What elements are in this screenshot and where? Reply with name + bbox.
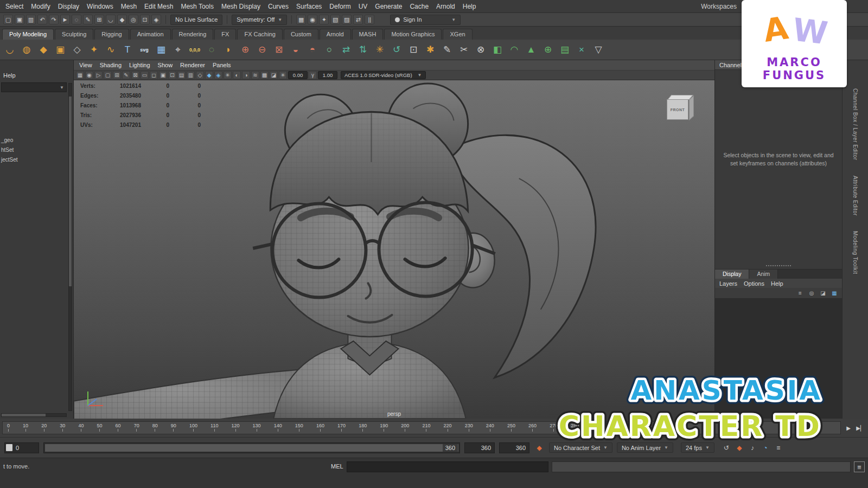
snap-grid-icon[interactable]: ⊞ [94,15,104,24]
live-surface-field[interactable]: No Live Surface [170,15,222,25]
render-settings-icon[interactable]: ✦ [319,15,329,24]
separate-icon[interactable]: ⊖ [254,42,270,57]
resolution-gate-icon[interactable]: ◻ [150,71,158,79]
poly-cone-icon[interactable]: ✦ [86,42,101,57]
shelf-tab[interactable]: XGen [443,29,472,40]
sidebar-vertical-tab[interactable]: Modeling Toolkit [852,231,858,274]
toggle-displays-icon[interactable]: ⇄ [353,15,363,24]
panel-resize-handle[interactable] [766,265,791,266]
bridge-icon[interactable]: ◠ [507,42,522,57]
quad-draw-icon[interactable]: ✎ [439,42,455,57]
menu-item[interactable]: Modify [31,3,50,10]
snap-point-icon[interactable]: ◆ [117,15,127,24]
view-cube-front-face[interactable]: FRONT [667,99,688,120]
render-frame-icon[interactable]: ▦ [296,15,306,24]
outliner-hscrollbar[interactable] [1,413,67,417]
ambient-occlusion-icon[interactable]: ◑ [242,71,250,79]
menu-item[interactable]: UV [359,3,368,10]
display-layer-toggle-icon[interactable]: ▧ [330,15,340,24]
symmetry-dropdown[interactable]: Symmetry: Off ▼ [232,15,287,25]
mirror-icon[interactable]: ⇄ [339,42,354,57]
menu-item[interactable]: Deform [329,3,350,10]
view-cube-right-face[interactable] [689,95,694,120]
view-cube[interactable]: FRONT [665,93,696,124]
menu-item[interactable]: Windows [87,3,113,10]
mel-label[interactable]: MEL [331,463,343,470]
safe-title-icon[interactable]: ▥ [187,71,195,79]
mel-command-input[interactable] [347,461,548,472]
shelf-tab[interactable]: Motion Graphics [384,29,442,40]
layer-editor-menu-item[interactable]: Help [771,280,783,287]
sign-in-dropdown[interactable]: Sign In ▼ [390,15,461,25]
symmetry-restore-icon[interactable]: ↺ [389,42,404,57]
viewport-menu-item[interactable]: Show [158,62,173,68]
open-scene-icon[interactable]: ▣ [15,15,24,24]
lasso-select-icon[interactable]: ◌ [72,15,81,24]
extract-icon[interactable]: ⊠ [271,42,286,57]
outliner-filter-dropdown[interactable]: ▼ [1,82,67,92]
undo-icon[interactable]: ↶ [37,15,47,24]
quadrangulate-icon[interactable]: ▤ [557,42,572,57]
menu-item[interactable]: Select [5,3,23,10]
multi-cut-icon[interactable]: ✂ [456,42,471,57]
poly-sphere-icon[interactable]: ◍ [19,42,34,57]
xray-icon[interactable]: ◪ [270,71,278,79]
motion-blur-icon[interactable]: ≋ [251,71,259,79]
viewport-menu-item[interactable]: Shading [100,62,122,68]
viewport-menu-item[interactable]: Lighting [129,62,150,68]
exposure-icon[interactable]: ✳ [279,71,287,79]
viewport-menu-item[interactable]: Panels [213,62,231,68]
menu-item[interactable]: Curves [268,3,289,10]
outliner-item[interactable]: _geo [0,136,73,145]
viewport-canvas[interactable]: Verts: 1021614 0 0 Edges: 2035480 0 0 [74,80,714,419]
shelf-tab[interactable]: Rendering [172,29,214,40]
shelf-tab[interactable]: Rigging [94,29,129,40]
textured-mode-icon[interactable]: ◈ [214,71,222,79]
shelf-tab[interactable]: Sculpting [55,29,93,40]
lights-icon[interactable]: ✳ [224,71,232,79]
merge-vertices-icon[interactable]: ⊕ [540,42,556,57]
character-key-icon[interactable]: ◆ [534,442,545,453]
image-plane-icon[interactable]: ▢ [104,71,112,79]
anim-layer-toggle-icon[interactable]: ▨ [342,15,352,24]
measure-tool-icon[interactable]: ⌖ [170,42,186,57]
outliner-item[interactable]: jectSet [0,155,73,165]
film-gate-icon[interactable]: ▭ [141,71,149,79]
pan-zoom-icon[interactable]: ⊞ [113,71,121,79]
layer-editor-menu-item[interactable]: Options [744,280,764,287]
new-layer-icon[interactable]: ▦ [830,290,839,297]
poly-helix-icon[interactable]: ∿ [103,42,118,57]
bevel-icon[interactable]: ◧ [490,42,505,57]
workspaces-menu[interactable]: Workspaces [701,3,737,10]
make-live-icon[interactable]: ◈ [151,15,161,24]
new-scene-icon[interactable]: ▢ [3,15,13,24]
combine-icon[interactable]: ⊕ [238,42,253,57]
grease-pencil-icon[interactable]: ✎ [122,71,130,79]
shadows-icon[interactable]: ◐ [233,71,241,79]
menu-item[interactable]: Generate [375,3,402,10]
multisample-icon[interactable]: ▩ [260,71,269,79]
poly-plane-icon[interactable]: ▣ [53,42,68,57]
camera-menu-icon[interactable]: ▦ [76,71,84,79]
svg-tool-icon[interactable]: svg [137,42,152,57]
shelf-tab[interactable]: MASH [352,29,384,40]
paint-selection-icon[interactable]: ◌ [204,42,219,57]
poly-cube-icon[interactable]: ◆ [36,42,51,57]
boolean-union-icon[interactable]: ◒ [288,42,303,57]
layer-shading-icon[interactable]: ◪ [819,290,827,297]
shelf-tab[interactable]: Animation [130,29,171,40]
outliner-vscrollbar[interactable] [68,83,72,411]
sidebar-vertical-tab[interactable]: Attribute Editor [852,176,858,216]
layer-visibility-icon[interactable]: ◎ [807,290,816,297]
outliner-item[interactable]: htSet [0,145,73,155]
shelf-tab[interactable]: FX [214,29,236,40]
viewport-menu-item[interactable]: View [79,62,92,68]
sidebar-vertical-tab[interactable]: Channel Box / Layer Editor [852,88,858,160]
gate-mask-icon[interactable]: ▣ [159,71,167,79]
menu-item[interactable]: Arnold [436,3,455,10]
playback-end-field[interactable]: 360 [464,442,495,453]
range-slider-track[interactable]: 360 [43,442,460,453]
gamma-icon[interactable]: γ [309,71,317,79]
target-weld-icon[interactable]: ⊗ [473,42,488,57]
shaded-mode-icon[interactable]: ◆ [205,71,213,79]
